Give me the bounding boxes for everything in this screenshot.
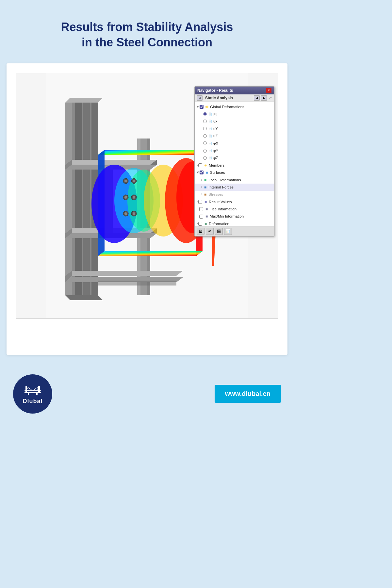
phiy-radio[interactable] bbox=[203, 149, 207, 153]
nav-view-button[interactable]: 👁 bbox=[206, 228, 214, 235]
svg-marker-23 bbox=[98, 251, 203, 256]
doc-icon-phix: 📄 bbox=[208, 141, 212, 146]
navigator-footer: 🖼 👁 🎬 📊 bbox=[195, 226, 274, 236]
result-values-icon: ◼ bbox=[203, 200, 208, 204]
svg-rect-55 bbox=[28, 393, 29, 395]
brand-name: Dlubal bbox=[23, 398, 42, 405]
nav-item-deformation[interactable]: › ◼ Deformation bbox=[195, 220, 274, 226]
nav-item-maxmin[interactable]: ◼ Max/Min Information bbox=[195, 213, 274, 220]
nav-item-ux[interactable]: 📄 ux bbox=[195, 118, 274, 125]
internal-forces-label: Internal Forces bbox=[208, 184, 234, 190]
svg-point-32 bbox=[124, 180, 127, 182]
svg-marker-6 bbox=[65, 98, 103, 103]
folder-icon: 📁 bbox=[204, 105, 209, 109]
result-values-label: Result Values bbox=[209, 199, 232, 205]
local-def-icon: ◼ bbox=[203, 178, 207, 182]
nav-arrow-left[interactable]: ◀ bbox=[254, 95, 260, 101]
model-area: Navigator - Results × 🖥 Static Analysis … bbox=[16, 73, 278, 318]
svg-rect-56 bbox=[36, 393, 38, 395]
main-card: Navigator - Results × 🖥 Static Analysis … bbox=[7, 63, 287, 355]
nav-item-uz[interactable]: 📄 uZ bbox=[195, 132, 274, 139]
nav-item-title-information[interactable]: ◼ Title Information bbox=[195, 205, 274, 213]
uz-label: uZ bbox=[213, 133, 218, 139]
nav-item-surfaces[interactable]: ∨ ◼ Surfaces bbox=[195, 169, 274, 176]
cursor-indicator: ↗ bbox=[268, 95, 272, 101]
website-button[interactable]: www.dlubal.en bbox=[215, 385, 281, 403]
stresses-label: Stresses bbox=[208, 191, 223, 197]
doc-icon-uy: 📄 bbox=[208, 126, 212, 131]
internal-forces-icon: ◼ bbox=[203, 185, 207, 189]
nav-item-u-abs[interactable]: 📄 |u| bbox=[195, 110, 274, 118]
svg-marker-5 bbox=[83, 103, 90, 295]
nav-arrow-right[interactable]: ▶ bbox=[261, 95, 267, 101]
surfaces-checkbox[interactable] bbox=[200, 171, 204, 174]
uz-radio[interactable] bbox=[203, 134, 207, 138]
deformation-checkbox[interactable] bbox=[198, 222, 202, 226]
nav-icon-left[interactable]: 🖥 bbox=[197, 95, 203, 101]
svg-point-40 bbox=[133, 196, 135, 199]
phiy-label: φY bbox=[213, 148, 218, 154]
phix-radio[interactable] bbox=[203, 141, 207, 145]
svg-marker-2 bbox=[65, 103, 72, 295]
svg-point-34 bbox=[124, 196, 127, 199]
nav-item-phiz[interactable]: 📄 φZ bbox=[195, 154, 274, 161]
navigator-close-button[interactable]: × bbox=[266, 88, 271, 93]
members-top-label: Members bbox=[209, 162, 224, 168]
nav-chart-button[interactable]: 📊 bbox=[224, 228, 232, 235]
bottom-space bbox=[16, 319, 278, 345]
svg-rect-54 bbox=[24, 390, 41, 391]
navigator-title: Navigator - Results bbox=[197, 88, 233, 93]
result-values-checkbox[interactable] bbox=[198, 200, 202, 204]
phix-label: φX bbox=[213, 140, 218, 146]
svg-marker-20 bbox=[98, 150, 203, 155]
nav-item-result-values[interactable]: › ◼ Result Values bbox=[195, 198, 274, 205]
doc-icon-phiy: 📄 bbox=[208, 148, 212, 153]
phiz-radio[interactable] bbox=[203, 156, 207, 160]
title-info-icon: ◼ bbox=[204, 207, 209, 211]
u-abs-radio[interactable] bbox=[203, 112, 207, 116]
svg-marker-4 bbox=[75, 103, 82, 295]
dlubal-logo: Dlubal bbox=[13, 374, 52, 414]
title-information-label: Title Information bbox=[210, 206, 237, 212]
svg-point-42 bbox=[133, 212, 135, 215]
nav-item-local-deformations[interactable]: › ◼ Local Deformations bbox=[195, 176, 274, 184]
svg-marker-43 bbox=[65, 271, 183, 276]
ux-radio[interactable] bbox=[203, 120, 207, 123]
nav-item-uy[interactable]: 📄 uY bbox=[195, 125, 274, 132]
dlubal-logo-svg bbox=[23, 383, 42, 396]
nav-item-internal-forces[interactable]: › ◼ Internal Forces bbox=[195, 184, 274, 191]
nav-item-members-top[interactable]: › ⚡ Members bbox=[195, 162, 274, 169]
u-abs-label: |u| bbox=[213, 111, 217, 117]
navigator-toolbar: 🖥 Static Analysis ◀ ▶ ↗ bbox=[195, 94, 274, 102]
static-analysis-label: Static Analysis bbox=[204, 96, 253, 100]
phiz-label: φZ bbox=[213, 155, 218, 161]
members-icon: ⚡ bbox=[203, 163, 208, 168]
page-header: Results from Stability Analysis in the S… bbox=[0, 0, 294, 60]
doc-icon-ux: 📄 bbox=[208, 119, 212, 124]
deformation-icon: ◼ bbox=[203, 221, 208, 226]
uy-radio[interactable] bbox=[203, 127, 207, 130]
footer: Dlubal www.dlubal.en bbox=[7, 365, 287, 427]
nav-item-stresses[interactable]: › ◼ Stresses bbox=[195, 191, 274, 198]
global-deformations-label: Global Deformations bbox=[210, 104, 244, 110]
nav-item-global-deformations[interactable]: ∨ 📁 Global Deformations bbox=[195, 103, 274, 110]
doc-icon-uz: 📄 bbox=[208, 134, 212, 138]
members-top-checkbox[interactable] bbox=[198, 163, 202, 167]
navigator-panel: Navigator - Results × 🖥 Static Analysis … bbox=[194, 86, 274, 237]
stresses-icon: ◼ bbox=[203, 192, 207, 197]
svg-marker-11 bbox=[65, 160, 157, 165]
maxmin-label: Max/Min Information bbox=[210, 213, 244, 219]
svg-marker-46 bbox=[98, 281, 176, 286]
svg-point-38 bbox=[133, 180, 135, 182]
uy-label: uY bbox=[213, 126, 218, 132]
nav-item-phix[interactable]: 📄 φX bbox=[195, 140, 274, 147]
title-info-checkbox[interactable] bbox=[199, 207, 203, 211]
nav-video-button[interactable]: 🎬 bbox=[215, 228, 223, 235]
navigator-body[interactable]: ∨ 📁 Global Deformations 📄 |u| bbox=[195, 102, 274, 226]
maxmin-checkbox[interactable] bbox=[199, 215, 203, 219]
surfaces-label: Surfaces bbox=[210, 170, 225, 175]
svg-marker-7 bbox=[65, 295, 103, 300]
global-deformations-checkbox[interactable] bbox=[200, 105, 204, 109]
nav-render-button[interactable]: 🖼 bbox=[197, 228, 204, 235]
nav-item-phiy[interactable]: 📄 φY bbox=[195, 147, 274, 154]
